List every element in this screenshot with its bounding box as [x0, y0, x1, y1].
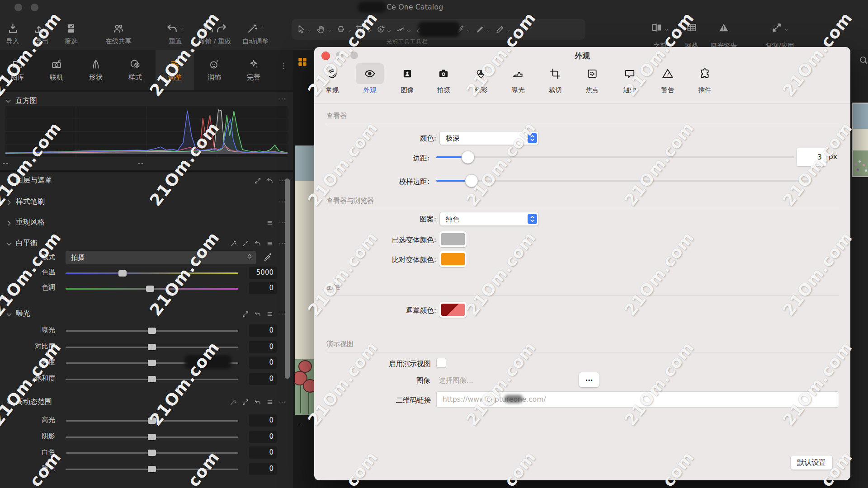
expand-icon[interactable] — [242, 399, 249, 406]
stepper-icon[interactable] — [246, 253, 253, 260]
tool-tab-样式[interactable]: 样式 — [128, 50, 142, 90]
toolbar-button-import[interactable]: 导入 — [6, 19, 19, 46]
toolbar-button-share[interactable]: 在线共享 — [105, 19, 132, 46]
slider-value[interactable]: 0 — [249, 373, 277, 385]
mask-color-swatch[interactable] — [439, 302, 467, 318]
compare-variant-swatch[interactable] — [439, 251, 467, 267]
more-h-icon[interactable] — [278, 399, 286, 406]
panel-header[interactable]: 曝光 — [0, 305, 293, 323]
slider-value[interactable]: 0 — [249, 431, 277, 443]
dialog-tab-警告[interactable]: ?警告 — [654, 63, 682, 94]
tool-tab-图库[interactable]: 图库 — [11, 50, 24, 90]
tool-tab-联机[interactable]: 联机 — [50, 50, 63, 90]
qr-link-input[interactable]: https://www.captureone.com/ — [436, 391, 839, 408]
色调-slider[interactable] — [66, 288, 238, 290]
wand-icon[interactable] — [230, 399, 237, 406]
browser-thumbnail[interactable] — [852, 103, 868, 177]
expand-icon[interactable] — [242, 310, 249, 318]
slider-thumb[interactable] — [118, 270, 127, 277]
toolbar-button-reset[interactable]: 重置 — [166, 19, 184, 46]
tab-overflow-icon[interactable]: ⋮ — [279, 63, 287, 68]
expand-icon[interactable] — [254, 177, 261, 184]
panel-undo-icon[interactable] — [254, 310, 261, 318]
dialog-tab-色彩[interactable]: 色彩 — [467, 63, 495, 94]
histogram-more-icon[interactable] — [278, 95, 286, 103]
panel-undo-icon[interactable] — [254, 399, 261, 406]
slider-value[interactable]: 0 — [249, 282, 277, 294]
slider-thumb[interactable] — [465, 174, 478, 188]
dialog-close-button[interactable] — [321, 52, 330, 60]
browse-image-button[interactable]: ... — [579, 372, 599, 387]
白色-slider[interactable] — [66, 452, 238, 454]
dialog-minimize-button[interactable] — [336, 52, 344, 59]
slider-thumb[interactable] — [148, 418, 156, 424]
slider-thumb[interactable] — [462, 151, 475, 164]
panel-undo-icon[interactable] — [266, 177, 274, 184]
tool-tab-完善[interactable]: 完善 — [247, 50, 260, 90]
panel-header[interactable]: 样式笔刷 — [0, 193, 293, 211]
panel-undo-icon[interactable] — [254, 240, 261, 247]
viewer-color-select[interactable]: 极深 — [439, 131, 539, 145]
collapse-chevron-icon[interactable] — [5, 98, 12, 105]
slider-thumb[interactable] — [148, 360, 156, 366]
tool-heal-pen-tool[interactable] — [495, 24, 511, 34]
toolbar-button-grid-view[interactable] — [686, 22, 698, 33]
browser-grid-icon[interactable] — [297, 56, 308, 68]
menu-icon[interactable] — [266, 219, 274, 226]
left-panel-scrollbar[interactable] — [285, 178, 290, 379]
slider-value[interactable]: 0 — [249, 357, 277, 369]
tool-draw-mask-tool[interactable] — [475, 24, 491, 34]
viewer-margin-value[interactable]: 3 — [797, 148, 826, 166]
window-minimize-button[interactable] — [31, 4, 38, 11]
slider-thumb[interactable] — [146, 286, 154, 292]
menu-icon[interactable] — [266, 310, 274, 318]
slider-value[interactable]: 0 — [249, 341, 277, 353]
search-icon[interactable] — [859, 55, 868, 65]
default-settings-button[interactable]: 默认设置 — [790, 455, 833, 470]
tool-pointer-tool[interactable] — [296, 24, 312, 34]
toolbar-button-copy-apply[interactable] — [771, 22, 789, 33]
toolbar-button-undo-redo[interactable]: 撤销 / 重做 — [198, 19, 231, 46]
slider-thumb[interactable] — [148, 344, 156, 350]
dialog-tab-曝光[interactable]: 曝光 — [504, 63, 532, 94]
tool-tab-调整[interactable]: 调整 — [156, 50, 194, 90]
slider-thumb[interactable] — [148, 434, 156, 440]
tool-pan-tool[interactable] — [316, 24, 332, 34]
tool-rotate-tool[interactable] — [376, 24, 392, 34]
tool-tab-形状[interactable]: 形状 — [89, 50, 103, 90]
曝光-slider[interactable] — [66, 330, 238, 332]
slider-thumb[interactable] — [148, 450, 156, 456]
proof-margin-slider[interactable] — [436, 180, 810, 182]
panel-header[interactable]: 白平衡 — [0, 235, 293, 253]
dialog-tab-裁切[interactable]: 裁切 — [541, 63, 569, 94]
slider-value[interactable]: 0 — [249, 414, 277, 427]
panel-header[interactable]: 重现风格 — [0, 214, 293, 232]
阴影-slider[interactable] — [66, 436, 238, 438]
slider-value[interactable]: 0 — [249, 463, 277, 475]
dialog-tab-拍摄[interactable]: 拍摄 — [429, 63, 458, 94]
stepper-icon[interactable] — [528, 133, 537, 143]
对比度-slider[interactable] — [66, 347, 238, 348]
高光-slider[interactable] — [66, 420, 238, 422]
panel-header[interactable]: 图层与遮罩 — [0, 172, 293, 190]
dialog-tab-图像[interactable]: 图像 — [393, 63, 421, 94]
色温-slider[interactable] — [66, 272, 238, 274]
selected-variant-swatch[interactable] — [439, 231, 467, 247]
slider-thumb[interactable] — [148, 466, 156, 472]
dialog-tab-外观[interactable]: 外观 — [356, 63, 384, 94]
expand-icon[interactable] — [242, 240, 249, 247]
white-balance-mode-select[interactable]: 拍摄 — [66, 251, 256, 264]
饱和度-slider[interactable] — [66, 379, 238, 380]
dialog-tab-常规[interactable]: 常规 — [318, 63, 346, 94]
黑色-slider[interactable] — [66, 469, 238, 470]
dialog-tab-插件[interactable]: 插件 — [691, 63, 719, 94]
white-balance-picker-icon[interactable] — [263, 252, 273, 262]
tool-straighten-tool[interactable] — [396, 24, 411, 34]
pattern-select[interactable]: 纯色 — [439, 212, 539, 226]
tool-crop-tool[interactable] — [356, 24, 372, 34]
slider-value[interactable]: 0 — [249, 324, 277, 337]
slider-value[interactable]: 0 — [249, 446, 277, 459]
wand-icon[interactable] — [230, 240, 237, 247]
toolbar-button-warning[interactable] — [718, 22, 730, 33]
window-close-button[interactable] — [14, 4, 22, 11]
